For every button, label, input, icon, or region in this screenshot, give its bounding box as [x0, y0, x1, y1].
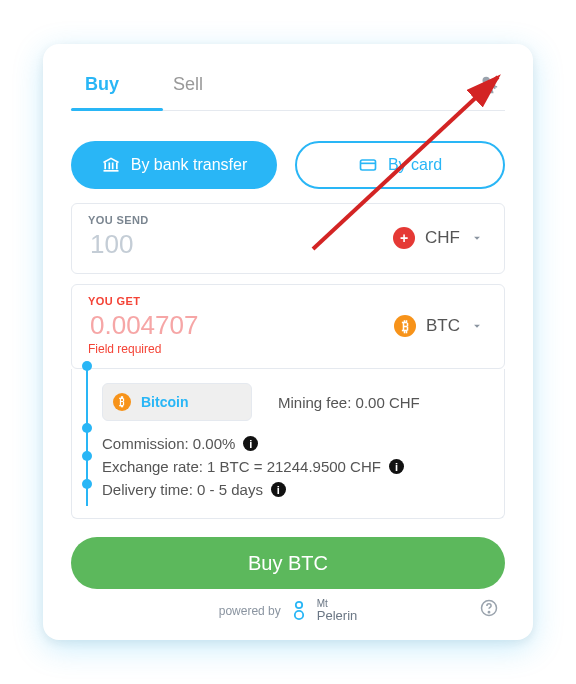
pay-bank-transfer[interactable]: By bank transfer — [71, 141, 277, 189]
network-name: Bitcoin — [141, 394, 188, 410]
pay-card-label: By card — [388, 156, 442, 174]
you-send-panel: YOU SEND + CHF — [71, 203, 505, 274]
info-icon[interactable]: i — [389, 459, 404, 474]
svg-point-5 — [488, 612, 489, 613]
pay-bank-label: By bank transfer — [131, 156, 248, 174]
svg-point-0 — [483, 76, 490, 83]
timeline-dot — [82, 451, 92, 461]
get-currency-code: BTC — [426, 316, 460, 336]
get-currency-selector[interactable]: ₿ BTC — [390, 309, 488, 343]
info-icon[interactable]: i — [271, 482, 286, 497]
timeline-dot — [82, 361, 92, 371]
you-send-input[interactable] — [88, 228, 272, 261]
chevron-down-icon — [470, 319, 484, 333]
timeline-dot — [82, 423, 92, 433]
tab-buy[interactable]: Buy — [75, 66, 129, 103]
payment-methods: By bank transfer By card — [71, 141, 505, 189]
delivery-time-text: Delivery time: 0 - 5 days — [102, 481, 263, 498]
exchange-widget: Buy Sell By bank transfer By card YOU SE… — [43, 44, 533, 640]
bank-icon — [101, 155, 121, 175]
exchange-rate-text: Exchange rate: 1 BTC = 21244.9500 CHF — [102, 458, 381, 475]
powered-by-text: powered by — [219, 604, 281, 618]
btc-coin-icon: ₿ — [113, 393, 131, 411]
pay-card[interactable]: By card — [295, 141, 505, 189]
buy-button[interactable]: Buy BTC — [71, 537, 505, 589]
details-panel: ₿ Bitcoin Mining fee: 0.00 CHF Commissio… — [71, 369, 505, 519]
tabs: Buy Sell — [75, 66, 213, 103]
svg-point-2 — [296, 601, 302, 607]
active-tab-indicator — [71, 108, 163, 111]
account-button[interactable] — [471, 73, 505, 97]
tab-sell[interactable]: Sell — [163, 66, 213, 103]
you-get-panel: YOU GET Field required ₿ BTC — [71, 284, 505, 369]
info-icon[interactable]: i — [243, 436, 258, 451]
commission-text: Commission: 0.00% — [102, 435, 235, 452]
network-selector[interactable]: ₿ Bitcoin — [102, 383, 252, 421]
chevron-down-icon — [470, 231, 484, 245]
you-get-error: Field required — [88, 342, 272, 356]
btc-coin-icon: ₿ — [394, 315, 416, 337]
timeline-dot — [82, 479, 92, 489]
card-icon — [358, 155, 378, 175]
mining-fee-text: Mining fee: 0.00 CHF — [278, 394, 420, 411]
you-get-input[interactable] — [88, 309, 272, 342]
pelerin-logo-icon — [291, 600, 307, 622]
user-login-icon — [477, 74, 499, 96]
you-send-label: YOU SEND — [88, 214, 272, 226]
footer: powered by MtPelerin — [71, 599, 505, 622]
topbar: Buy Sell — [71, 66, 505, 103]
svg-point-3 — [295, 610, 303, 618]
send-currency-code: CHF — [425, 228, 460, 248]
send-currency-selector[interactable]: + CHF — [389, 221, 488, 255]
svg-rect-1 — [360, 160, 375, 170]
help-icon — [479, 598, 499, 618]
you-get-label: YOU GET — [88, 295, 272, 307]
brand-name: MtPelerin — [317, 599, 357, 622]
chf-flag-icon: + — [393, 227, 415, 249]
help-button[interactable] — [473, 597, 505, 622]
